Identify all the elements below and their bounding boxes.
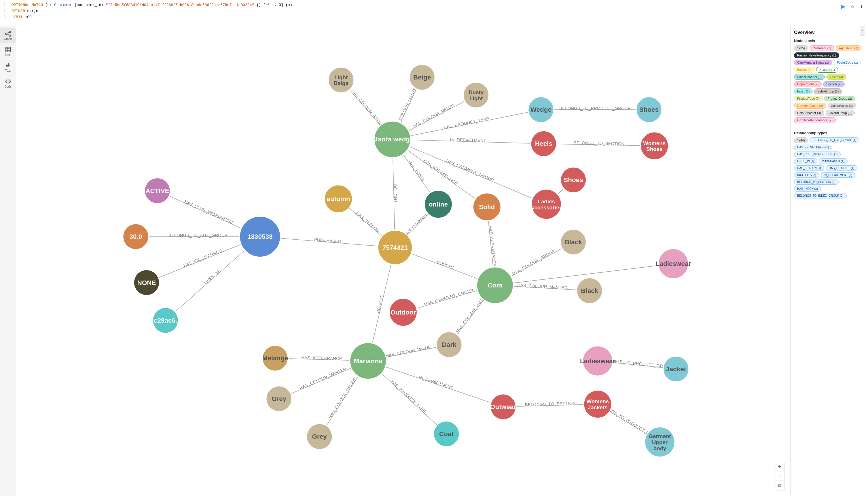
node-label-tag[interactable]: IndexGroup (1) <box>814 89 842 94</box>
sidebar-item-table[interactable]: Table <box>0 44 16 59</box>
graph-node[interactable]: Dark <box>436 332 462 358</box>
graph-node[interactable]: 2c29ae6... <box>150 307 180 333</box>
svg-text:Accessories: Accessories <box>531 204 563 211</box>
svg-text:PURCHASED: PURCHASED <box>314 237 341 244</box>
node-label-tag[interactable]: ColourValue (2) <box>828 103 856 109</box>
node-label-tag[interactable]: PostalCode (1) <box>834 60 861 65</box>
graph-node[interactable]: Outwear <box>490 394 516 420</box>
zoom-fit-button[interactable]: ⊡ <box>775 481 784 490</box>
relationship-type-tag[interactable]: PURCHASED (1) <box>819 158 848 164</box>
graph-node[interactable]: Shoes <box>561 167 586 193</box>
graph-node[interactable]: autumn <box>324 185 352 213</box>
relationship-type-tag[interactable]: LIVES_IN (1) <box>794 158 817 164</box>
graph-node[interactable]: ACTIVE <box>144 178 170 204</box>
graph-node[interactable]: Melange <box>262 345 288 371</box>
graph-node[interactable]: online <box>424 190 453 218</box>
graph-node[interactable]: Outdoor <box>389 298 417 326</box>
graph-node[interactable]: DustyLight <box>463 82 489 108</box>
relationship-type-tag[interactable]: HAS_SEASON (1) <box>794 165 824 171</box>
node-label-tag[interactable]: GraphicalAppearance (2) <box>794 117 836 123</box>
relationship-type-tag[interactable]: * (44) <box>794 137 808 143</box>
graph-node[interactable]: Coat <box>433 421 459 447</box>
graph-node[interactable]: Ladieswear <box>656 249 691 279</box>
relationship-type-tag[interactable]: IN_DEPARTMENT (3) <box>821 172 855 178</box>
graph-node[interactable]: WomensJackets <box>584 390 612 418</box>
graph-node[interactable]: 1830533 <box>240 216 281 257</box>
graph-node[interactable]: Clarita wedge <box>371 121 413 158</box>
svg-text:Cora: Cora <box>488 282 503 289</box>
code-editor: 1 OPTIONAL MATCH (n: Customer {customer_… <box>0 0 868 26</box>
svg-text:Beige: Beige <box>413 74 431 81</box>
graph-node[interactable]: WomensShoes <box>641 132 669 160</box>
graph-node[interactable]: 7574321 <box>378 230 412 265</box>
download-button[interactable]: ⬇ <box>858 3 865 10</box>
svg-text:Dusty: Dusty <box>469 89 484 95</box>
node-label-tag[interactable]: FashionNewsFrequency (1) <box>794 52 839 58</box>
svg-line-4 <box>7 34 9 35</box>
graph-node[interactable]: Grey <box>266 386 292 412</box>
node-label-tag[interactable]: Section (2) <box>823 81 845 87</box>
graph-node[interactable]: GarmentUpperbody <box>645 427 675 457</box>
node-label-tag[interactable]: Customer (1) <box>809 45 834 51</box>
graph-node[interactable]: Marianne <box>350 342 386 379</box>
svg-point-0 <box>5 33 7 34</box>
svg-text:HAS_CLUB_MEMBERSHIP: HAS_CLUB_MEMBERSHIP <box>184 199 235 226</box>
svg-line-3 <box>7 32 9 33</box>
graph-node[interactable]: 30.0 <box>123 224 148 250</box>
node-label-tag[interactable]: ColourMaster (3) <box>794 110 824 116</box>
sidebar-item-code[interactable]: Code <box>0 76 16 90</box>
svg-text:HAS_COLOUR_VALUE: HAS_COLOUR_VALUE <box>455 294 487 334</box>
graph-node[interactable]: Cora <box>477 267 514 304</box>
graph-node[interactable]: Grey <box>306 424 332 450</box>
run-button[interactable]: ▶ <box>840 2 847 10</box>
graph-node[interactable]: Heels <box>531 131 557 157</box>
sidebar-item-graph[interactable]: Graph <box>0 28 16 43</box>
svg-text:autumn: autumn <box>327 195 350 202</box>
svg-text:online: online <box>429 201 448 208</box>
node-label-tag[interactable]: ProductGroup (2) <box>824 96 855 102</box>
graph-node[interactable]: Black <box>561 229 586 255</box>
node-label-tag[interactable]: Article (3) <box>826 74 846 80</box>
graph-node[interactable]: Jacket <box>663 356 689 382</box>
node-label-tag[interactable]: AgeGroup (1) <box>836 45 862 51</box>
node-label-tag[interactable]: * (35) <box>794 45 808 51</box>
node-label-tag[interactable]: Index (2) <box>794 89 813 94</box>
node-label-tag[interactable]: GarmentGroup (2) <box>794 103 826 109</box>
node-label-tag[interactable]: Basket (1) <box>794 67 815 73</box>
graph-node[interactable]: Wedge <box>528 97 554 123</box>
graph-node[interactable]: LightBeige <box>328 67 354 93</box>
relationship-type-tag[interactable]: HAS_FN_SETTINGS (1) <box>794 144 832 150</box>
node-label-tag[interactable]: SalesChannel (1) <box>794 74 825 80</box>
relationship-type-tag[interactable]: INCLUDES (3) <box>794 172 819 178</box>
relationship-type-tag[interactable]: BELONGS_TO_AGE_GROUP (1) <box>809 137 859 143</box>
sidebar-item-text[interactable]: Text <box>0 60 16 75</box>
star-button[interactable]: ☆ <box>849 3 856 10</box>
zoom-in-button[interactable]: + <box>775 462 784 471</box>
node-label-tag[interactable]: Season (1) <box>816 67 838 73</box>
zoom-out-button[interactable]: − <box>775 471 784 481</box>
svg-text:HAS_APPEARANCE: HAS_APPEARANCE <box>301 355 342 361</box>
relationship-type-tag[interactable]: HAS_INDEX (3) <box>794 186 821 191</box>
graph-node[interactable]: NONE <box>133 269 160 296</box>
relationship-type-tag[interactable]: BELONGS_TO_SECTION (2) <box>794 179 839 185</box>
svg-point-2 <box>9 35 10 36</box>
graph-visualization: PURCHASEDHAS_CLUB_MEMBERSHIPBELONGS_TO_A… <box>16 26 790 496</box>
relationship-type-tag[interactable]: HAS_CHANNEL (1) <box>826 165 858 171</box>
graph-node[interactable]: Solid <box>473 193 501 221</box>
node-label-tag[interactable]: Department (2) <box>794 81 822 87</box>
graph-node[interactable]: Beige <box>409 64 435 90</box>
graph-node[interactable]: LadiesAccessories <box>531 189 563 219</box>
collapse-panel-button[interactable]: › <box>860 26 865 36</box>
svg-text:Solid: Solid <box>479 203 495 211</box>
graph-canvas[interactable]: PURCHASEDHAS_CLUB_MEMBERSHIPBELONGS_TO_A… <box>16 26 790 496</box>
graph-node[interactable]: Ladieswear <box>580 346 615 376</box>
graph-node[interactable]: Black <box>577 278 602 304</box>
svg-text:Jackets: Jackets <box>588 404 607 410</box>
relationship-type-tag[interactable]: BELONGS_TO_INDEX_GROUP (2) <box>794 193 847 199</box>
node-label-tag[interactable]: ColourGroup (3) <box>826 110 855 116</box>
node-label-tag[interactable]: ProductType (3) <box>794 96 823 102</box>
relationship-type-tag[interactable]: HAS_CLUB_MEMBERSHIP (1) <box>794 152 841 157</box>
svg-text:BELONGS_TO_AGE_GROUP: BELONGS_TO_AGE_GROUP <box>169 233 227 238</box>
graph-node[interactable]: Shoes <box>636 97 662 123</box>
node-label-tag[interactable]: ClubMemberStatus (1) <box>794 60 832 65</box>
